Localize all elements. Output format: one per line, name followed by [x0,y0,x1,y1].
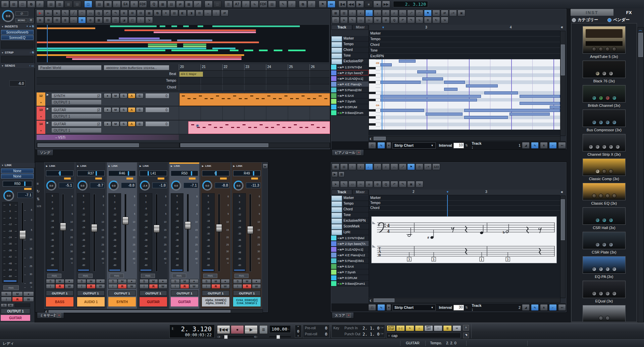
swap-button[interactable]: ⇄ [441,10,448,16]
split-button[interactable]: ◫ [112,17,119,23]
redo-button[interactable]: ↷ [407,17,415,23]
fader-track[interactable] [93,194,95,272]
number-button[interactable]: 123 [432,163,440,170]
meta-row-tone[interactable]: Tone [331,53,369,59]
plus-icon[interactable]: + [40,115,42,118]
strip-s-button[interactable]: S [108,279,117,284]
fdp-view-button[interactable]: FDF [139,1,147,8]
track-list-item[interactable]: ●▮▮▶2:Syn bass[T [331,70,369,76]
console-button[interactable]: ☰ [224,1,232,8]
resize-button[interactable]: ⇲ [441,17,448,23]
track-s-button[interactable]: S [120,107,127,113]
strip-s-button[interactable]: S [46,279,55,284]
play-arrow-icon[interactable]: ▶ [342,282,344,285]
spin-down-icon[interactable]: ≑ [297,335,299,337]
scrollbar-thumb[interactable] [374,298,394,302]
strip-m-button[interactable]: M [118,279,127,284]
left-pane-button[interactable]: ◧ [179,10,186,16]
h-fit-button[interactable]: ↔ [204,10,212,16]
gain-knob[interactable]: 0.0 [3,11,13,21]
chord-pad-button[interactable]: A7 [233,1,241,8]
strip-record-button[interactable]: ● [221,279,230,284]
track-list-item[interactable]: ●▮▮▶1:SYNTH[M [331,64,369,70]
meta-row-exclusiverp[interactable]: Exclusive/RP [331,59,369,64]
strip-output-button[interactable]: OUTPUT 1 [108,290,136,296]
track-m-button[interactable]: M [112,121,119,127]
strip-knob[interactable]: 0.0 [110,182,117,189]
pulse-icon[interactable]: ∧ [540,304,548,311]
tab-score[interactable]: スコア✕ [332,313,354,319]
note-cursor-button[interactable]: ♪ [242,1,250,8]
play-arrow-icon[interactable]: ▶ [342,236,344,239]
select-mode-button[interactable]: ◰ [368,304,376,311]
insert-note-button[interactable]: ♪+ [449,10,457,16]
fade-icon[interactable]: ◢ [522,142,530,149]
volume-fader[interactable] [185,221,191,229]
track-list-item[interactable]: ●▮▮▶6:SAX [331,93,369,98]
strip-m-button[interactable]: M [55,279,64,284]
fader-track[interactable] [187,194,189,272]
record-dot-icon[interactable]: ● [337,271,339,273]
strip-m-button[interactable]: M [180,279,189,284]
screen-layout-button[interactable]: ◫ [84,1,92,8]
record-button[interactable]: ● [373,1,381,8]
record-dot-icon[interactable]: ● [337,112,339,114]
play-arrow-icon[interactable]: ▶ [47,121,49,124]
punch-in-value[interactable]: 2. 1. 0 [363,326,380,331]
plugin-vscrollbar[interactable]: ︿ [638,27,644,323]
strip-db-value[interactable]: -8.8 [121,183,136,188]
new-file-button[interactable]: ▤ [1,1,9,8]
score-vscrollbar[interactable] [560,196,566,298]
strip-s-button[interactable]: S [77,279,86,284]
curve-icon[interactable]: ∿ [531,142,539,149]
pan-slider[interactable]: C [202,170,229,176]
forward-button[interactable]: ▶▶ [382,1,390,8]
meta-row-marker[interactable]: Marker [331,195,369,201]
strip-name-tag[interactable]: GUITAR [140,297,167,306]
pan-slider[interactable]: R50 [3,181,32,187]
filter-icon[interactable]: ≡▾ [380,332,383,335]
filter-icon[interactable]: ≡▾ [380,326,383,329]
close-icon[interactable]: ✕ [357,150,361,155]
close-icon[interactable]: ✕ [57,313,61,318]
note-head[interactable] [430,236,434,239]
song-title-field[interactable]: Parallel World [38,65,102,70]
wave-mode-button[interactable]: ∿ [377,142,385,149]
quarter-note-button[interactable]: ♩ [365,163,373,170]
track-list-item[interactable]: ●▮▮▶7:Synth [331,269,369,275]
rms-button[interactable]: RMS [234,274,249,278]
insert-empty-slot[interactable] [1,41,34,49]
grid2-button[interactable]: ▦ [95,17,103,23]
scissors-button[interactable]: ✂ [357,181,365,188]
track-list-item[interactable]: ●▮▮▶1:SYNTH[Mel [331,235,369,241]
channel-r-button[interactable]: R [12,297,23,302]
convert-button[interactable]: ⇄ [176,1,184,8]
strip-link-header[interactable]: ▶LINK [140,164,149,167]
beat-badge[interactable]: 4/4 C Major [179,72,203,77]
note-bar[interactable] [380,109,424,112]
strip-knob[interactable]: 0.0 [79,182,86,189]
mtc-button[interactable]: MTCOFF [424,325,433,331]
wave-button[interactable]: ≋ [120,10,128,16]
strip-r-button[interactable]: R [180,284,189,289]
copy-button[interactable]: ⧉ [154,10,161,16]
start-icon[interactable]: ↤ [558,142,566,149]
redo-button[interactable]: ↷ [112,10,119,16]
record-dot-icon[interactable]: ● [337,277,339,279]
region-button[interactable]: ◰ [332,17,339,23]
half-note-button[interactable]: ◐ [357,163,365,170]
note-area[interactable] [380,59,560,130]
track-delay-field[interactable]: 0 [145,107,169,113]
track-a-button[interactable]: A [128,93,136,98]
track-number-chip[interactable]: 14+ [37,121,45,134]
play-arrow-icon[interactable]: ▶ [342,106,344,108]
preroll-value[interactable]: 0 [325,326,327,331]
note-head[interactable] [480,231,483,234]
panel-view-button[interactable]: ▦ [104,1,112,8]
rhythm-box-button[interactable]: ▦ [185,1,193,8]
timeline-ruler[interactable]: 20212223242526 [179,64,329,71]
fader-track[interactable] [218,194,220,272]
plugin-item[interactable]: Bus Compressor (3x) [583,110,626,132]
meta-row-exclusiverpn[interactable]: Exclusive/RPN [331,218,369,224]
wave-mode-button[interactable]: ∿ [377,304,385,311]
